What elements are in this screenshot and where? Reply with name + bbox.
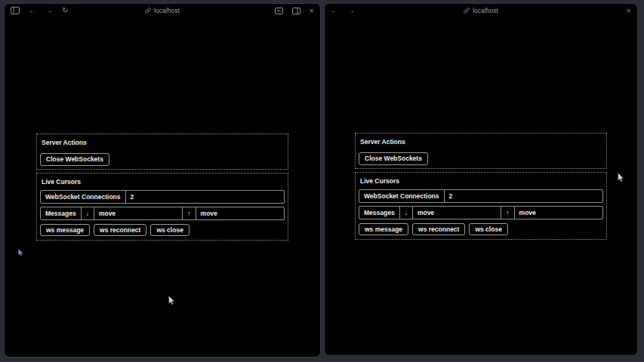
connections-label: WebSocket Connections xyxy=(41,191,126,203)
last-sent-message: move xyxy=(196,207,284,219)
arrow-up-icon: ↑ xyxy=(501,207,514,219)
live-cursors-panel: Live Cursors WebSocket Connections 2 Mes… xyxy=(355,172,607,241)
server-actions-title: Server Actions xyxy=(40,137,285,151)
live-cursors-title: Live Cursors xyxy=(359,176,603,189)
ws-close-button[interactable]: ws close xyxy=(469,223,507,236)
close-websockets-button[interactable]: Close WebSockets xyxy=(359,152,428,165)
messages-row: Messages ↓ move ↑ move xyxy=(359,206,603,219)
close-icon[interactable]: × xyxy=(627,7,631,15)
browser-window-right: ← → localhost × Server Actions Close Web… xyxy=(324,3,638,356)
live-cursors-title: Live Cursors xyxy=(40,176,285,190)
back-icon[interactable]: ← xyxy=(29,7,36,14)
server-actions-panel: Server Actions Close WebSockets xyxy=(355,133,607,169)
forward-icon[interactable]: → xyxy=(347,7,355,14)
toolbar-right: × xyxy=(275,7,314,15)
forward-icon[interactable]: → xyxy=(45,7,53,14)
address-text: localhost xyxy=(154,7,180,14)
back-icon[interactable]: ← xyxy=(331,7,338,14)
last-received-message: move xyxy=(413,207,501,219)
devtools-icon[interactable] xyxy=(275,8,283,14)
toolbar-left: ← → ↻ xyxy=(11,7,68,14)
close-websockets-button[interactable]: Close WebSockets xyxy=(40,153,109,166)
arrow-down-icon: ↓ xyxy=(400,207,413,219)
ws-message-button[interactable]: ws message xyxy=(359,223,408,236)
browser-window-left: ← → ↻ localhost × Server Actions Close W… xyxy=(4,3,321,357)
arrow-down-icon: ↓ xyxy=(82,207,94,219)
address-display[interactable]: localhost xyxy=(325,4,637,17)
connections-value: 2 xyxy=(126,191,285,203)
messages-row: Messages ↓ move ↑ move xyxy=(40,207,285,220)
panel-stack: Server Actions Close WebSockets Live Cur… xyxy=(36,133,288,241)
server-actions-title: Server Actions xyxy=(359,137,603,150)
titlebar: ← → ↻ localhost × xyxy=(5,4,320,17)
link-icon xyxy=(464,8,470,14)
connections-value: 2 xyxy=(445,190,603,202)
ws-message-button[interactable]: ws message xyxy=(40,224,90,237)
page-content: Server Actions Close WebSockets Live Cur… xyxy=(325,17,637,355)
connections-row: WebSocket Connections 2 xyxy=(40,190,285,204)
connections-row: WebSocket Connections 2 xyxy=(359,189,603,203)
ws-reconnect-button[interactable]: ws reconnect xyxy=(412,223,465,236)
server-actions-panel: Server Actions Close WebSockets xyxy=(36,133,288,170)
link-icon xyxy=(145,8,151,14)
sidebar-icon[interactable] xyxy=(11,7,20,14)
ws-buttons-row: ws message ws reconnect ws close xyxy=(359,222,603,237)
ws-close-button[interactable]: ws close xyxy=(150,224,189,237)
address-text: localhost xyxy=(473,7,498,14)
toolbar-right: × xyxy=(627,7,631,15)
split-view-icon[interactable] xyxy=(292,8,300,14)
panel-stack: Server Actions Close WebSockets Live Cur… xyxy=(355,133,607,240)
last-sent-message: move xyxy=(515,207,602,219)
close-icon[interactable]: × xyxy=(310,7,314,15)
connections-label: WebSocket Connections xyxy=(359,190,445,202)
arrow-up-icon: ↑ xyxy=(183,207,196,219)
toolbar-left: ← → xyxy=(331,7,355,14)
ws-buttons-row: ws message ws reconnect ws close xyxy=(40,223,285,238)
last-received-message: move xyxy=(94,207,183,219)
messages-label: Messages xyxy=(41,207,82,219)
messages-label: Messages xyxy=(359,207,400,219)
titlebar: ← → localhost × xyxy=(325,4,637,17)
reload-icon[interactable]: ↻ xyxy=(62,7,68,14)
page-content: Server Actions Close WebSockets Live Cur… xyxy=(5,17,320,357)
live-cursors-panel: Live Cursors WebSocket Connections 2 Mes… xyxy=(36,173,288,241)
ws-reconnect-button[interactable]: ws reconnect xyxy=(94,224,146,237)
